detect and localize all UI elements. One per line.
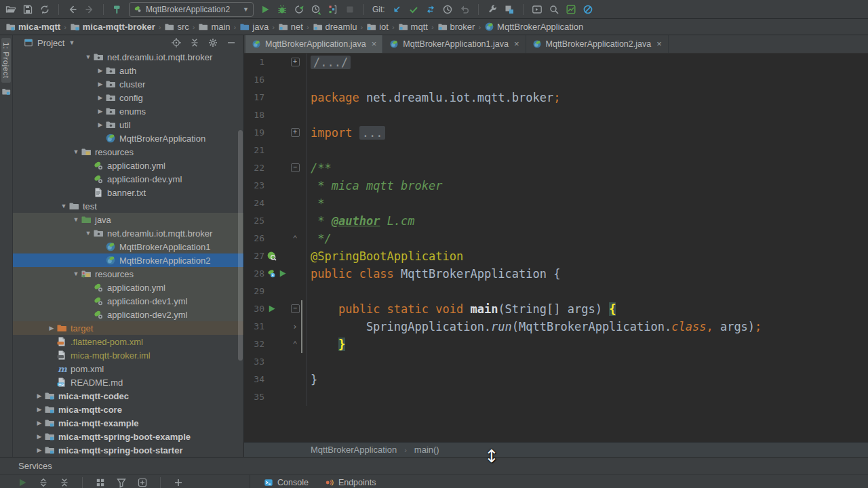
tree-row[interactable]: ▼java [13,213,243,226]
breadcrumb-item[interactable]: dreamlu [313,22,357,32]
tree-expander[interactable]: ▶ [47,325,56,331]
search-icon[interactable] [549,4,559,15]
tree-row[interactable]: ▶cluster [13,77,243,91]
fold-marker[interactable] [288,265,302,283]
fold-marker[interactable] [288,177,302,195]
tree-row[interactable]: MDREADME.md [13,375,243,389]
build-hammer-icon[interactable] [112,4,123,15]
services-tab-endpoints[interactable]: Endpoints [319,478,382,487]
tree-row[interactable]: application-dev.yml [13,172,243,186]
tree-row[interactable]: ▶mica-mqtt-core [13,403,243,416]
spring-bean-icon[interactable] [267,268,277,279]
project-stripe-button[interactable]: 1: Project [1,38,11,83]
tree-row[interactable]: ▼net.dreamlu.iot.mqtt.broker [13,226,243,240]
run-configuration-select[interactable]: MqttBrokerApplication2 ▼ [129,2,254,17]
tree-expander[interactable]: ▼ [83,230,93,237]
coverage-icon[interactable] [294,4,304,15]
breadcrumb-item[interactable]: mqtt [398,22,428,32]
tree-expander[interactable]: ▼ [71,270,81,277]
back-icon[interactable] [67,4,78,15]
code-editor[interactable]: 1+/.../1617package net.dreamlu.iot.mqtt.… [244,54,868,442]
tree-row[interactable]: ▶mica-mqtt-spring-boot-starter [13,443,243,457]
tree-row[interactable]: banner.txt [13,186,243,199]
stop-icon[interactable] [344,4,355,15]
tree-row[interactable]: ▼resources [13,267,243,281]
group-by-icon[interactable] [95,477,106,488]
breadcrumb-item[interactable]: mica-mqtt-broker [70,22,155,32]
save-icon[interactable] [22,4,33,15]
breadcrumb-item[interactable]: mica-mqtt [5,22,60,32]
profiler-icon[interactable] [311,4,321,15]
spring-search-icon[interactable] [267,251,277,261]
settings-gear-icon[interactable] [208,37,218,48]
wrench-icon[interactable] [487,4,498,15]
tree-expander[interactable]: ▼ [71,216,81,223]
fold-marker[interactable] [288,89,302,106]
collapse-all-icon[interactable] [189,37,200,48]
fold-marker[interactable] [288,212,302,230]
locate-icon[interactable] [171,37,182,48]
breadcrumb-item[interactable]: main [198,22,230,32]
tree-row[interactable]: ▶target [13,321,243,335]
tree-row[interactable]: application-dev2.yml [13,308,243,321]
run-icon[interactable] [260,4,271,15]
sync-icon[interactable] [39,4,50,15]
fold-marker[interactable]: − [288,159,302,177]
services-tab-console[interactable]: Console [258,478,314,487]
fold-marker[interactable] [288,247,302,265]
fold-marker[interactable]: + [288,54,302,71]
monitor-icon[interactable] [566,4,576,15]
fold-marker[interactable]: › [288,318,302,336]
tree-row[interactable]: ▶enums [13,104,243,118]
tree-row[interactable]: ▶mica-mqtt-spring-boot-example [13,430,243,443]
tree-row[interactable]: ▶config [13,91,243,104]
fold-marker[interactable]: ⌃ [288,336,302,353]
fold-marker[interactable] [288,283,302,300]
chevron-down-icon[interactable]: ▼ [68,39,75,46]
tree-expander[interactable]: ▶ [35,420,44,426]
run-icon[interactable] [267,304,277,314]
breadcrumb-item[interactable]: broker [437,22,475,32]
project-panel-title[interactable]: Project [37,38,64,48]
fold-marker[interactable] [288,195,302,212]
tree-expander[interactable]: ▶ [96,94,105,101]
breadcrumb-item[interactable]: src [164,22,189,32]
breadcrumb-item[interactable]: MqttBrokerApplication [484,22,583,32]
tree-row[interactable]: ▼resources [13,145,243,159]
git-compare-icon[interactable] [425,4,436,15]
editor-breadcrumb-item[interactable]: main() [414,445,439,455]
tree-row[interactable]: MqttBrokerApplication1 [13,240,243,253]
tree-row[interactable]: ▼test [13,199,243,213]
tree-row[interactable]: ▼net.dreamlu.iot.mqtt.broker [13,50,243,64]
collapse-all-icon[interactable] [59,477,70,488]
open-icon[interactable] [5,4,16,15]
filter-icon[interactable] [116,477,127,488]
debug-icon[interactable] [277,4,288,15]
tree-row[interactable]: MqttBrokerApplication2 [13,253,243,267]
tree-expander[interactable]: ▼ [59,203,68,209]
project-scrollbar-thumb[interactable] [238,130,243,361]
tree-expander[interactable]: ▶ [35,392,44,399]
expand-all-icon[interactable] [38,477,49,488]
fold-marker[interactable]: ⌃ [288,230,302,247]
breadcrumb-item[interactable]: iot [366,22,389,32]
editor-tab[interactable]: MqttBrokerApplication.java× [245,35,383,53]
tree-expander[interactable]: ▶ [35,433,44,440]
forward-icon[interactable] [84,4,95,15]
tree-row[interactable]: ▶auth [13,64,243,77]
add-service-icon[interactable] [137,477,148,488]
tree-expander[interactable]: ▶ [35,447,44,453]
git-commit-icon[interactable] [408,4,419,15]
tree-expander[interactable]: ▼ [71,148,81,155]
fold-marker[interactable] [288,106,302,124]
fold-marker[interactable] [288,71,302,89]
fold-marker[interactable]: + [288,124,302,142]
fold-marker[interactable] [288,371,302,388]
tree-row[interactable]: application.yml [13,159,243,172]
tree-expander[interactable]: ▶ [35,406,44,413]
close-icon[interactable]: × [514,39,519,49]
git-update-icon[interactable] [391,4,402,15]
tree-expander[interactable]: ▶ [96,81,105,87]
run-icon[interactable] [277,268,288,279]
breadcrumb-item[interactable]: java [239,22,269,32]
